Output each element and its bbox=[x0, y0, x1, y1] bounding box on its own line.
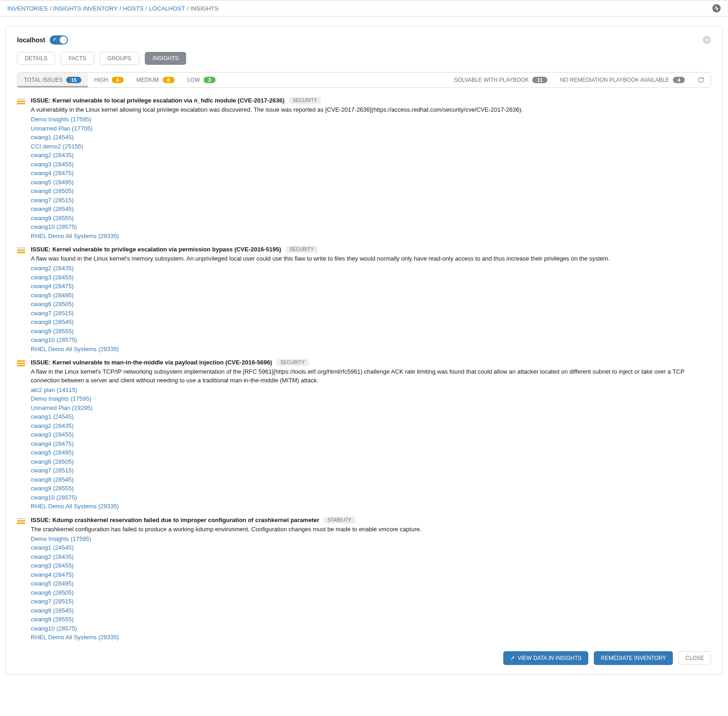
host-enabled-toggle[interactable] bbox=[50, 35, 68, 45]
breadcrumb-link[interactable]: localhost bbox=[149, 5, 185, 12]
plan-link[interactable]: cwang9 (28555) bbox=[31, 615, 711, 624]
tab-insights[interactable]: INSIGHTS bbox=[145, 52, 187, 65]
plan-link[interactable]: CCI demo2 (25155) bbox=[31, 142, 711, 151]
filter-label: LOW bbox=[188, 77, 200, 83]
plan-link[interactable]: atc2 plan (14115) bbox=[31, 386, 711, 395]
plan-link[interactable]: cwang4 (28475) bbox=[31, 169, 711, 178]
filter-solvable-with-playbook[interactable]: SOLVABLE WITH PLAYBOOK11 bbox=[448, 73, 554, 87]
tab-groups[interactable]: GROUPS bbox=[100, 52, 139, 65]
issue-title: ISSUE: Kernel vulnerable to local privil… bbox=[31, 97, 284, 104]
issue-tag: STABILITY bbox=[324, 517, 355, 523]
severity-icon bbox=[17, 359, 25, 511]
plan-link[interactable]: cwang6 (28505) bbox=[31, 588, 711, 597]
playbook-filters: SOLVABLE WITH PLAYBOOK11NO REMEDIATION P… bbox=[448, 73, 711, 87]
plan-link[interactable]: RHEL Demo All Systems (29335) bbox=[31, 633, 711, 642]
breadcrumb-link[interactable]: HOSTS bbox=[123, 5, 144, 12]
plan-link[interactable]: cwang3 (28455) bbox=[31, 430, 711, 439]
plan-link[interactable]: cwang1 (24545) bbox=[31, 543, 711, 552]
close-button[interactable]: CLOSE bbox=[678, 651, 711, 665]
issue-tag: SECURITY bbox=[277, 359, 308, 366]
issue-links: Demo Insights (17595)Unnamed Plan (17705… bbox=[31, 115, 711, 240]
filter-label: MEDIUM bbox=[136, 77, 159, 83]
plan-link[interactable]: cwang10 (28575) bbox=[31, 493, 711, 502]
plan-link[interactable]: cwang1 (24545) bbox=[31, 412, 711, 421]
filter-count: 4 bbox=[112, 77, 124, 83]
plan-link[interactable]: RHEL Demo All Systems (29335) bbox=[31, 345, 711, 354]
plan-link[interactable]: cwang10 (28575) bbox=[31, 624, 711, 633]
plan-link[interactable]: cwang2 (28435) bbox=[31, 421, 711, 431]
issue-item: ISSUE: Kernel vulnerable to local privil… bbox=[17, 93, 711, 242]
issue-links: Demo Insights (17595)cwang1 (24545)cwang… bbox=[31, 534, 711, 642]
plan-link[interactable]: cwang7 (28515) bbox=[31, 196, 711, 205]
plan-link[interactable]: Unnamed Plan (19295) bbox=[31, 403, 711, 413]
plan-link[interactable]: cwang9 (28555) bbox=[31, 214, 711, 223]
plan-link[interactable]: cwang5 (28495) bbox=[31, 579, 711, 588]
issue-item: ISSUE: Kernel vulnerable to privilege es… bbox=[17, 242, 711, 355]
plan-link[interactable]: cwang4 (28475) bbox=[31, 282, 711, 291]
plan-link[interactable]: cwang8 (28545) bbox=[31, 318, 711, 327]
panel-title: localhost bbox=[17, 35, 68, 45]
plan-link[interactable]: cwang5 (28495) bbox=[31, 178, 711, 187]
activity-stream-icon[interactable] bbox=[712, 4, 721, 12]
plan-link[interactable]: cwang10 (28575) bbox=[31, 222, 711, 232]
filter-medium[interactable]: MEDIUM8 bbox=[130, 73, 181, 87]
remediate-label: REMEDIATE INVENTORY bbox=[601, 655, 666, 661]
plan-link[interactable]: cwang6 (28505) bbox=[31, 187, 711, 196]
tab-facts[interactable]: FACTS bbox=[61, 52, 94, 65]
plan-link[interactable]: cwang1 (24545) bbox=[31, 133, 711, 142]
tab-details[interactable]: DETAILS bbox=[17, 52, 55, 65]
severity-icon bbox=[17, 517, 25, 642]
plan-link[interactable]: cwang7 (28515) bbox=[31, 309, 711, 318]
filter-total-issues[interactable]: TOTAL ISSUES15 bbox=[17, 73, 88, 87]
plan-link[interactable]: Demo Insights (17595) bbox=[31, 534, 711, 544]
plan-link[interactable]: cwang5 (28495) bbox=[31, 291, 711, 300]
plan-link[interactable]: cwang8 (28545) bbox=[31, 205, 711, 214]
plan-link[interactable]: Demo Insights (17595) bbox=[31, 394, 711, 403]
issue-body: ISSUE: Kernel vulnerable to privilege es… bbox=[31, 246, 711, 353]
plan-link[interactable]: cwang2 (28435) bbox=[31, 264, 711, 273]
plan-link[interactable]: RHEL Demo All Systems (29335) bbox=[31, 232, 711, 241]
plan-link[interactable]: cwang2 (28435) bbox=[31, 151, 711, 160]
plan-link[interactable]: Demo Insights (17595) bbox=[31, 115, 711, 124]
plan-link[interactable]: cwang4 (28475) bbox=[31, 570, 711, 580]
plan-link[interactable]: cwang4 (28475) bbox=[31, 439, 711, 449]
refresh-button[interactable] bbox=[691, 73, 711, 87]
view-data-button[interactable]: ↗ VIEW DATA IN INSIGHTS bbox=[503, 651, 588, 665]
panel-footer: ↗ VIEW DATA IN INSIGHTS REMEDIATE INVENT… bbox=[17, 651, 711, 665]
plan-link[interactable]: cwang6 (28505) bbox=[31, 457, 711, 466]
plan-link[interactable]: cwang2 (28435) bbox=[31, 552, 711, 562]
issue-description: A flaw was found in the Linux kernel's m… bbox=[31, 255, 711, 263]
issue-item: ISSUE: Kernel vulnerable to man-in-the-m… bbox=[17, 355, 711, 512]
close-label: CLOSE bbox=[685, 655, 704, 661]
plan-link[interactable]: RHEL Demo All Systems (29335) bbox=[31, 502, 711, 511]
filter-label: NO REMEDIATION PLAYBOOK AVAILABLE bbox=[560, 77, 669, 83]
plan-link[interactable]: cwang7 (28515) bbox=[31, 597, 711, 606]
issue-description: A flaw in the Linux kernel's TCP/IP netw… bbox=[31, 368, 711, 384]
filter-low[interactable]: LOW3 bbox=[181, 73, 222, 87]
filter-no-remediation-playbook-available[interactable]: NO REMEDIATION PLAYBOOK AVAILABLE4 bbox=[554, 73, 691, 87]
filter-high[interactable]: HIGH4 bbox=[88, 73, 130, 87]
plan-link[interactable]: cwang3 (28455) bbox=[31, 160, 711, 169]
plan-link[interactable]: cwang5 (28495) bbox=[31, 448, 711, 457]
plan-link[interactable]: cwang3 (28455) bbox=[31, 273, 711, 282]
severity-filters: TOTAL ISSUES15HIGH4MEDIUM8LOW3 bbox=[17, 73, 222, 87]
filter-count: 15 bbox=[66, 77, 81, 83]
filter-count: 4 bbox=[673, 77, 685, 83]
breadcrumb-bar: INVENTORIES/Insights Inventory/HOSTS/loc… bbox=[0, 0, 728, 17]
plan-link[interactable]: cwang7 (28515) bbox=[31, 466, 711, 475]
close-icon[interactable]: ✕ bbox=[703, 36, 711, 44]
plan-link[interactable]: cwang3 (28455) bbox=[31, 561, 711, 570]
plan-link[interactable]: cwang8 (28545) bbox=[31, 606, 711, 615]
remediate-button[interactable]: REMEDIATE INVENTORY bbox=[594, 651, 673, 665]
host-tabs: DETAILSFACTSGROUPSINSIGHTS bbox=[17, 52, 711, 65]
plan-link[interactable]: cwang8 (28545) bbox=[31, 475, 711, 484]
plan-link[interactable]: cwang9 (28555) bbox=[31, 327, 711, 336]
plan-link[interactable]: cwang9 (28555) bbox=[31, 484, 711, 493]
external-link-icon: ↗ bbox=[510, 655, 515, 661]
plan-link[interactable]: cwang10 (28575) bbox=[31, 335, 711, 345]
breadcrumb-link[interactable]: Insights Inventory bbox=[53, 5, 118, 12]
panel-header: localhost ✕ bbox=[17, 35, 711, 45]
plan-link[interactable]: cwang6 (28505) bbox=[31, 300, 711, 309]
breadcrumb-link[interactable]: INVENTORIES bbox=[7, 5, 48, 12]
plan-link[interactable]: Unnamed Plan (17705) bbox=[31, 124, 711, 133]
